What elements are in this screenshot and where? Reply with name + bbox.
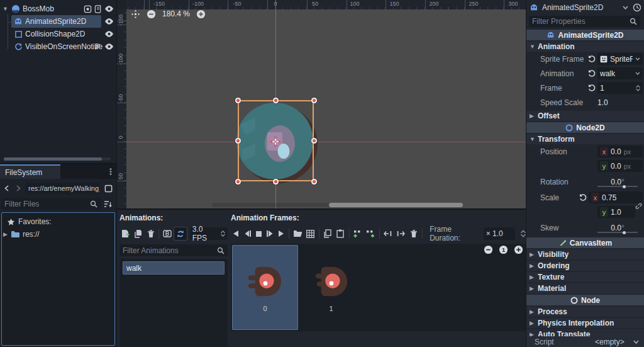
scene-instance-icon[interactable] xyxy=(84,5,92,13)
resize-handle[interactable] xyxy=(273,98,279,103)
add-frames-from-sheet-icon[interactable] xyxy=(304,227,317,240)
tree-row-collisionshape2d[interactable]: CollisionShape2D xyxy=(0,28,116,40)
position-x-field[interactable]: x 0.0 px xyxy=(597,145,643,157)
visibility-eye-icon[interactable] xyxy=(104,5,114,13)
resize-handle[interactable] xyxy=(311,179,317,185)
pan-view-icon[interactable] xyxy=(131,9,140,19)
tree-row-visibleonscreennotifier[interactable]: VisibleOnScreenNotifie xyxy=(0,40,116,53)
filter-properties-input[interactable] xyxy=(532,17,630,26)
zoom-out-icon[interactable] xyxy=(147,9,156,19)
section-texture[interactable]: ▶Texture xyxy=(526,272,644,282)
paste-frame-icon[interactable] xyxy=(334,227,347,240)
revert-icon[interactable] xyxy=(588,84,596,91)
stop-icon[interactable] xyxy=(253,227,264,240)
expand-arrow-icon[interactable]: ▶ xyxy=(3,231,8,237)
chevron-down-icon[interactable] xyxy=(635,72,640,75)
history-icon[interactable] xyxy=(632,3,641,12)
split-mode-icon[interactable] xyxy=(101,182,115,195)
frames-zoom-in-icon[interactable] xyxy=(514,245,523,254)
frame-duration-spinbox[interactable]: × 1.0 xyxy=(484,227,515,240)
frame-1[interactable]: 1 xyxy=(298,245,364,330)
copy-frame-icon[interactable] xyxy=(321,227,335,240)
prop-script[interactable]: Script <empty> xyxy=(526,336,644,347)
section-material[interactable]: ▶Material xyxy=(526,283,644,293)
script-icon[interactable] xyxy=(94,5,102,13)
delete-animation-icon[interactable] xyxy=(145,227,157,240)
filesystem-tab[interactable]: FileSystem xyxy=(0,164,60,179)
viewport-2d[interactable]: -150 -100 -50 0 50 100 150 200 250 300 -… xyxy=(117,0,526,208)
panel-menu-icon[interactable]: ••• xyxy=(109,168,113,175)
autoplay-on-load-icon[interactable] xyxy=(161,227,174,240)
move-frame-right-icon[interactable] xyxy=(394,227,408,240)
fps-spinbox[interactable]: 3.0 FPS xyxy=(190,227,228,240)
section-visibility[interactable]: ▶Visibility xyxy=(526,249,644,259)
section-transform[interactable]: ▼Transform xyxy=(526,134,644,144)
filesystem-root[interactable]: ▶ res:// xyxy=(2,228,114,241)
sprite-frames-resource[interactable]: SpriteFra xyxy=(597,53,643,65)
filesystem-path[interactable]: res://art/enemyWalking_1. xyxy=(25,183,99,195)
add-frames-from-file-icon[interactable] xyxy=(291,227,304,240)
zoom-level[interactable]: 180.4 % xyxy=(162,9,190,18)
nav-forward-icon[interactable] xyxy=(13,182,23,195)
delete-frame-icon[interactable] xyxy=(408,227,421,240)
animation-item-walk[interactable]: walk xyxy=(123,261,225,275)
revert-icon[interactable] xyxy=(588,70,596,77)
play-end-icon[interactable] xyxy=(264,227,275,240)
inspector-node-selector[interactable]: AnimatedSprite2D xyxy=(526,0,644,14)
loop-toggle-icon[interactable] xyxy=(174,227,187,241)
frames-zoom-out-icon[interactable] xyxy=(484,245,493,254)
script-value[interactable]: <empty> xyxy=(595,338,633,346)
position-y-field[interactable]: y 0.0 px xyxy=(597,160,643,172)
spin-arrows-icon[interactable] xyxy=(636,85,640,91)
tree-row-bossmob[interactable]: ▼ BossMob xyxy=(0,3,116,15)
section-ordering[interactable]: ▶Ordering xyxy=(526,261,644,271)
filter-animations-input[interactable] xyxy=(123,246,217,255)
filter-properties-field[interactable] xyxy=(529,16,640,27)
insert-before-icon[interactable] xyxy=(352,227,365,240)
collapse-arrow-icon[interactable]: ▼ xyxy=(3,6,8,12)
resize-handle[interactable] xyxy=(273,179,279,185)
visibility-eye-icon[interactable] xyxy=(104,18,114,25)
section-animation[interactable]: ▼Animation xyxy=(526,42,644,52)
spin-arrows-icon[interactable] xyxy=(221,230,225,237)
filter-animations-field[interactable] xyxy=(119,244,228,256)
resize-handle[interactable] xyxy=(311,98,317,103)
speed-scale-value[interactable]: 1.0 xyxy=(597,98,608,107)
play-icon[interactable] xyxy=(275,227,287,240)
frame-spinbox[interactable]: 1 xyxy=(597,82,643,94)
play-start-icon[interactable] xyxy=(242,227,253,240)
signal-connected-icon[interactable] xyxy=(94,43,102,50)
scale-y-field[interactable]: y 1.0 xyxy=(597,206,635,218)
new-animation-icon[interactable] xyxy=(119,227,132,240)
animation-dropdown[interactable]: walk xyxy=(597,67,643,79)
move-frame-left-icon[interactable] xyxy=(382,227,395,240)
section-physics-interpolation[interactable]: ▶Physics Interpolation xyxy=(526,318,644,328)
frames-zoom-reset-icon[interactable]: 1 xyxy=(499,245,508,254)
skew-slider[interactable]: 0.0° xyxy=(597,222,638,234)
filesystem-favorites[interactable]: Favorites: xyxy=(2,215,114,228)
tree-row-animatedsprite2d[interactable]: AnimatedSprite2D xyxy=(0,15,116,28)
rotation-slider[interactable]: 0.0° xyxy=(597,176,638,188)
section-process[interactable]: ▶Process xyxy=(526,307,644,317)
frame-0[interactable]: 0 xyxy=(232,245,298,330)
nav-back-icon[interactable] xyxy=(1,182,11,195)
filter-files-field[interactable] xyxy=(1,198,101,210)
revert-icon[interactable] xyxy=(588,55,596,62)
sort-files-icon[interactable] xyxy=(101,198,114,210)
zoom-in-icon[interactable] xyxy=(196,9,206,19)
play-backwards-icon[interactable] xyxy=(231,227,242,240)
section-offset[interactable]: ▶Offset xyxy=(526,111,644,121)
link-scale-icon[interactable] xyxy=(635,202,642,210)
resize-handle[interactable] xyxy=(235,138,241,144)
visibility-eye-icon[interactable] xyxy=(104,30,114,38)
revert-icon[interactable] xyxy=(579,194,587,201)
insert-after-icon[interactable] xyxy=(364,227,377,240)
resize-handle[interactable] xyxy=(235,98,241,103)
resize-handle[interactable] xyxy=(311,138,317,144)
resize-handle[interactable] xyxy=(235,179,241,185)
scene-tree-hscrollbar[interactable] xyxy=(4,157,111,161)
chevron-down-icon[interactable] xyxy=(633,340,639,344)
visibility-eye-icon[interactable] xyxy=(104,43,114,50)
chevron-down-icon[interactable] xyxy=(635,57,640,60)
spin-arrows-icon[interactable] xyxy=(521,230,526,237)
